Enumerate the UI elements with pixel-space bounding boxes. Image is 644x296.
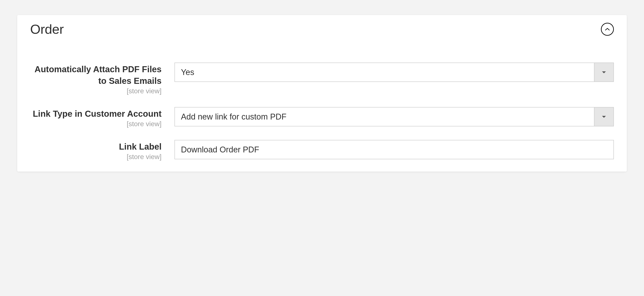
field-row-attach-pdf: Automatically Attach PDF Files to Sales … xyxy=(30,63,614,95)
field-label-link-label: Link Label xyxy=(30,141,162,152)
field-row-link-label: Link Label [store view] xyxy=(30,140,614,161)
scope-label: [store view] xyxy=(30,87,162,95)
field-row-link-type: Link Type in Customer Account [store vie… xyxy=(30,107,614,128)
label-col: Link Type in Customer Account [store vie… xyxy=(30,107,162,128)
attach-pdf-select[interactable]: Yes xyxy=(174,63,614,82)
scope-label: [store view] xyxy=(30,120,162,128)
collapse-toggle-button[interactable] xyxy=(601,23,614,36)
chevron-up-icon xyxy=(605,28,610,31)
panel-title: Order xyxy=(30,21,64,37)
chevron-down-icon xyxy=(594,108,614,126)
chevron-down-icon xyxy=(594,63,614,81)
order-config-panel: Order Automatically Attach PDF Files to … xyxy=(17,15,627,171)
svg-marker-0 xyxy=(602,71,606,73)
label-col: Automatically Attach PDF Files to Sales … xyxy=(30,63,162,95)
select-value: Add new link for custom PDF xyxy=(175,108,594,126)
link-label-input[interactable] xyxy=(174,140,614,159)
control-col: Add new link for custom PDF xyxy=(174,107,614,126)
control-col: Yes xyxy=(174,63,614,82)
svg-marker-1 xyxy=(602,116,606,118)
form-rows: Automatically Attach PDF Files to Sales … xyxy=(30,63,614,161)
panel-header: Order xyxy=(30,21,614,37)
scope-label: [store view] xyxy=(30,153,162,161)
control-col xyxy=(174,140,614,159)
field-label-link-type: Link Type in Customer Account xyxy=(30,108,162,120)
select-value: Yes xyxy=(175,63,594,81)
link-type-select[interactable]: Add new link for custom PDF xyxy=(174,107,614,126)
field-label-attach-pdf: Automatically Attach PDF Files to Sales … xyxy=(30,63,162,87)
label-col: Link Label [store view] xyxy=(30,140,162,161)
